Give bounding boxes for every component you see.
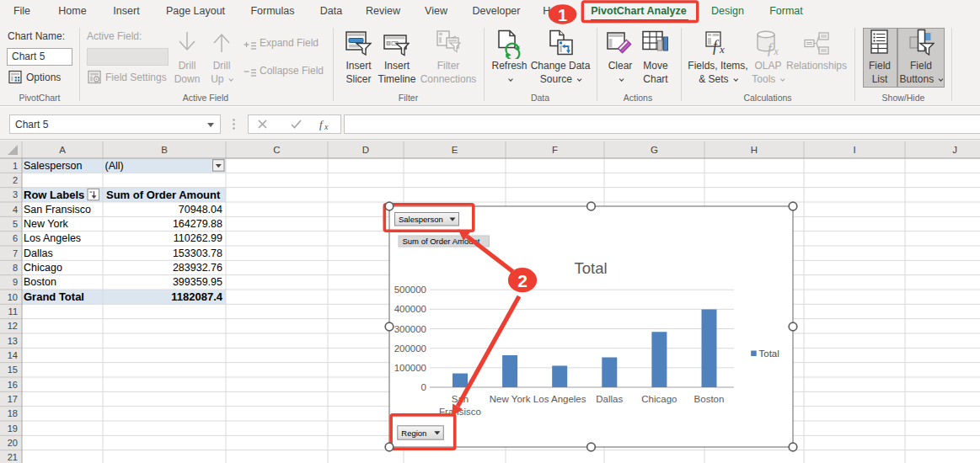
- svg-text:15: 15: [8, 365, 18, 375]
- svg-text:1: 1: [13, 161, 18, 171]
- svg-text:J: J: [952, 145, 957, 155]
- svg-text:8: 8: [13, 263, 18, 273]
- svg-text:200000: 200000: [394, 343, 426, 354]
- svg-text:16: 16: [8, 380, 18, 390]
- svg-text:5: 5: [13, 219, 18, 229]
- svg-text:A: A: [59, 145, 66, 155]
- svg-text:14: 14: [8, 350, 18, 360]
- svg-text:20: 20: [8, 438, 18, 448]
- svg-text:12: 12: [8, 321, 18, 331]
- svg-text:164279.88: 164279.88: [173, 218, 222, 230]
- svg-text:C: C: [273, 145, 280, 155]
- svg-text:283932.76: 283932.76: [173, 262, 222, 274]
- svg-text:Row Labels: Row Labels: [24, 189, 84, 201]
- svg-text:18: 18: [8, 408, 18, 418]
- svg-text:Dallas: Dallas: [596, 394, 623, 404]
- svg-text:2: 2: [517, 271, 527, 290]
- svg-text:300000: 300000: [394, 324, 426, 334]
- svg-text:Salesperson: Salesperson: [24, 160, 83, 172]
- svg-text:Grand Total: Grand Total: [24, 290, 84, 303]
- svg-text:6: 6: [13, 233, 18, 243]
- svg-text:(All): (All): [105, 160, 124, 172]
- svg-text:D: D: [362, 145, 369, 155]
- svg-text:Region: Region: [401, 428, 426, 438]
- svg-text:San Fransisco: San Fransisco: [24, 204, 91, 216]
- svg-text:x: x: [774, 45, 779, 56]
- svg-text:7: 7: [13, 248, 18, 258]
- svg-text:19: 19: [8, 423, 18, 434]
- svg-text:Salesperson: Salesperson: [399, 215, 443, 224]
- svg-text:13: 13: [8, 336, 18, 346]
- svg-text:400000: 400000: [394, 304, 426, 314]
- svg-text:Sum of Order Amount: Sum of Order Amount: [106, 189, 221, 201]
- svg-text:Los Angeles: Los Angeles: [24, 232, 81, 244]
- svg-text:1182087.4: 1182087.4: [171, 290, 223, 303]
- svg-text:70948.04: 70948.04: [179, 204, 222, 216]
- svg-text:New York: New York: [490, 394, 531, 404]
- svg-text:Boston: Boston: [24, 276, 56, 288]
- svg-text:Los Angeles: Los Angeles: [533, 394, 586, 404]
- svg-text:B: B: [161, 145, 168, 155]
- svg-text:Total: Total: [574, 259, 607, 277]
- svg-text:10: 10: [8, 292, 18, 302]
- svg-text:3: 3: [13, 189, 18, 200]
- svg-text:I: I: [853, 145, 855, 155]
- svg-text:500000: 500000: [394, 285, 426, 295]
- svg-text:New York: New York: [24, 218, 69, 230]
- svg-text:Chicago: Chicago: [641, 394, 677, 404]
- svg-text:9: 9: [13, 277, 18, 287]
- svg-text:H: H: [751, 145, 758, 155]
- svg-text:Boston: Boston: [694, 394, 725, 404]
- svg-text:E: E: [452, 145, 458, 155]
- svg-text:x: x: [719, 43, 725, 56]
- svg-text:F: F: [552, 145, 558, 155]
- svg-text:153303.78: 153303.78: [173, 247, 222, 259]
- svg-text:100000: 100000: [394, 363, 426, 373]
- svg-text:11: 11: [8, 306, 18, 317]
- svg-text:399359.95: 399359.95: [173, 276, 222, 288]
- svg-text:G: G: [651, 145, 658, 155]
- svg-text:4: 4: [13, 205, 18, 215]
- svg-text:Dallas: Dallas: [24, 247, 53, 259]
- svg-text:2: 2: [13, 175, 18, 185]
- svg-text:110262.99: 110262.99: [174, 232, 222, 244]
- svg-text:17: 17: [8, 394, 18, 404]
- svg-text:0: 0: [421, 382, 426, 392]
- svg-text:Total: Total: [759, 349, 779, 359]
- svg-text:Chicago: Chicago: [24, 262, 62, 274]
- svg-text:21: 21: [8, 452, 18, 462]
